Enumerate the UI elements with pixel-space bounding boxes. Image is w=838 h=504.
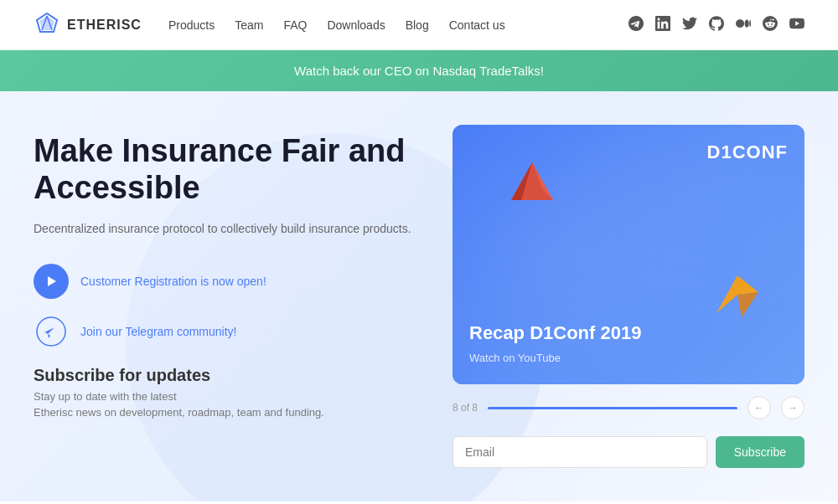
navbar: ETHERISC Products Team FAQ Downloads Blo… bbox=[0, 0, 838, 50]
telegram-icon bbox=[36, 316, 66, 347]
email-input[interactable] bbox=[453, 436, 707, 468]
pagination: 8 of 8 ← → bbox=[453, 396, 804, 419]
subscribe-title: Subscribe for updates bbox=[34, 366, 419, 385]
social-linkedin[interactable] bbox=[655, 16, 670, 34]
banner-text: Watch back our CEO on Nasdaq TradeTalks! bbox=[294, 64, 544, 78]
hero-subtitle: Decentralized insurance protocol to coll… bbox=[34, 219, 419, 238]
left-column: Make Insurance Fair and Accessible Decen… bbox=[34, 125, 419, 501]
svg-marker-1 bbox=[39, 16, 54, 30]
logo-text: ETHERISC bbox=[67, 18, 142, 33]
next-arrow[interactable]: → bbox=[781, 396, 804, 419]
nav-downloads[interactable]: Downloads bbox=[327, 18, 385, 32]
video-card[interactable]: D1CONF Recap D1Conf 2019 Watch on YouTub… bbox=[453, 125, 804, 384]
social-icons bbox=[628, 16, 804, 34]
pagination-bar bbox=[488, 407, 737, 409]
card-subtitle: Watch on YouTube bbox=[469, 352, 561, 364]
logo[interactable]: ETHERISC bbox=[34, 12, 142, 39]
left-arrow-icon: ← bbox=[754, 402, 764, 414]
subscribe-line1: Stay up to date with the latest bbox=[34, 388, 419, 405]
page-counter: 8 of 8 bbox=[453, 402, 478, 414]
nav-blog[interactable]: Blog bbox=[406, 18, 429, 32]
nav-products[interactable]: Products bbox=[168, 18, 215, 32]
play-icon-circle bbox=[34, 264, 69, 299]
svg-marker-4 bbox=[48, 276, 56, 286]
subscribe-form: Subscribe bbox=[453, 436, 804, 468]
social-reddit[interactable] bbox=[763, 16, 778, 34]
telegram-icon-circle bbox=[34, 314, 69, 349]
card-title: Recap D1Conf 2019 bbox=[469, 322, 641, 344]
social-youtube[interactable] bbox=[789, 16, 804, 34]
subscribe-line2: Etherisc news on development, roadmap, t… bbox=[34, 404, 419, 421]
right-arrow-icon: → bbox=[788, 402, 798, 414]
subscribe-section-text: Subscribe for updates Stay up to date wi… bbox=[34, 366, 419, 421]
cta-telegram-link[interactable]: Join our Telegram community! bbox=[80, 325, 236, 338]
d1conf-label: D1CONF bbox=[707, 141, 788, 163]
prev-arrow[interactable]: ← bbox=[747, 396, 771, 419]
logo-icon bbox=[34, 12, 60, 39]
svg-point-5 bbox=[37, 317, 65, 346]
right-column: D1CONF Recap D1Conf 2019 Watch on YouTub… bbox=[453, 125, 804, 501]
announcement-banner[interactable]: Watch back our CEO on Nasdaq TradeTalks! bbox=[0, 50, 838, 91]
nav-links: Products Team FAQ Downloads Blog Contact… bbox=[168, 18, 505, 32]
cta-registration: Customer Registration is now open! bbox=[34, 264, 419, 299]
nav-faq[interactable]: FAQ bbox=[283, 18, 307, 32]
nav-contact[interactable]: Contact us bbox=[449, 18, 505, 32]
nav-team[interactable]: Team bbox=[235, 18, 263, 32]
play-icon bbox=[44, 275, 58, 288]
main-content: Make Insurance Fair and Accessible Decen… bbox=[0, 91, 838, 501]
social-twitter[interactable] bbox=[682, 16, 697, 34]
cta-telegram: Join our Telegram community! bbox=[34, 314, 419, 349]
social-medium[interactable] bbox=[736, 16, 751, 34]
cta-registration-link[interactable]: Customer Registration is now open! bbox=[80, 275, 266, 288]
social-github[interactable] bbox=[709, 16, 724, 34]
social-telegram[interactable] bbox=[628, 16, 644, 34]
navbar-left: ETHERISC Products Team FAQ Downloads Blo… bbox=[34, 12, 505, 39]
hero-title: Make Insurance Fair and Accessible bbox=[34, 133, 419, 206]
subscribe-button[interactable]: Subscribe bbox=[716, 436, 804, 468]
card-content: D1CONF Recap D1Conf 2019 Watch on YouTub… bbox=[453, 125, 804, 384]
